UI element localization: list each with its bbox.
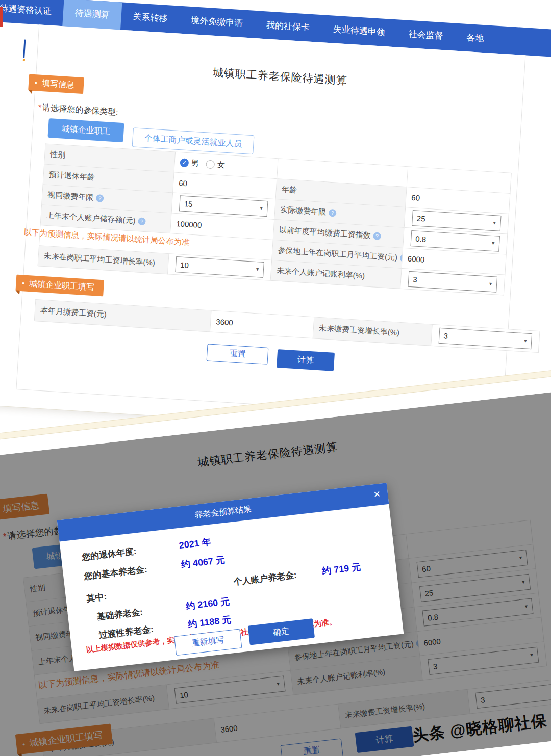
radio-male-checked-icon[interactable]: ✓ [180,158,189,167]
left-accent-dot [23,59,25,61]
required-mark: * [38,103,42,112]
dropdown-arrow-icon: ▼ [522,333,528,349]
personal-account-value: 约 719 元 [321,561,361,577]
among-label: 其中: [86,591,107,605]
browser-edge-fragment [0,7,3,27]
female-label: 女 [217,160,225,170]
base-pension-label: 基础养老金: [96,606,143,623]
help-icon[interactable]: ? [373,232,381,240]
dropdown-arrow-icon: ▼ [490,236,496,251]
nav-tab-overseas-exemption[interactable]: 境外免缴申请 [179,6,256,38]
interest-select[interactable]: 3▼ [408,271,497,293]
confirm-button[interactable]: 确定 [248,618,315,645]
calc-form-card: 城镇职工养老保险待遇测算 •填写信息 *请选择您的参保类型: 城镇企业职工 个体… [16,24,525,420]
nav-tab-relation-transfer[interactable]: 关系转移 [120,2,180,33]
basic-pension-label: 您的基本养老金: [83,563,147,582]
calculate-button[interactable]: 计算 [277,349,335,371]
dimmed-page: 城镇职工养老保险待遇测算 •填写信息 *请选择您的参保类型: 城镇企业职工 性别… [0,386,551,756]
retire-year-label: 您的退休年度: [81,545,137,563]
month-wage-value[interactable]: 3600 [210,311,314,339]
dropdown-arrow-icon: ▼ [255,262,260,277]
refill-button[interactable]: 重新填写 [174,629,242,656]
left-accent-line [23,40,26,58]
help-icon[interactable]: ? [329,209,337,217]
section-fill-info: •填写信息 [28,74,84,94]
form-table: 性别 ✓男 女 预计退休年龄 60 年龄 60 视同缴费年限? 15▼ 实际缴费… [38,144,512,296]
nav-tab-benefit-calc[interactable]: 待遇测算 [62,0,122,30]
screenshot-result: 城镇职工养老保险待遇测算 •填写信息 *请选择您的参保类型: 城镇企业职工 性别… [0,372,551,756]
nav-tab-unemployment[interactable]: 失业待遇申领 [320,15,397,47]
pay-growth-label: 未来缴费工资增长率(%) [313,317,433,346]
deemed-years-select[interactable]: 15▼ [179,195,268,217]
section-employee-fill: •城镇企业职工填写 [15,275,104,297]
dropdown-arrow-icon: ▼ [488,277,493,292]
insured-type-label: *请选择您的参保类型: [38,102,118,118]
nav-tab-supervision[interactable]: 社会监督 [396,19,456,50]
pay-growth-cell: 3▼ [431,325,540,353]
base-pension-value: 约 2160 元 [185,595,230,613]
bullet-icon: • [34,74,38,91]
transition-pension-value: 约 1188 元 [187,613,232,630]
help-icon[interactable]: ? [138,217,146,225]
help-icon[interactable]: ? [96,194,104,202]
wage-row-table: 本年月缴费工资(元) 3600 未来缴费工资增长率(%) 3▼ [34,299,540,353]
bullet-icon: • [21,275,25,291]
wage-growth-select[interactable]: 10▼ [175,256,264,278]
radio-female-icon[interactable] [206,160,215,169]
retire-year-value: 2021 年 [179,536,212,552]
nav-tab-social-card[interactable]: 我的社保卡 [254,11,322,42]
actual-years-select[interactable]: 25▼ [412,210,502,231]
basic-pension-value: 约 4067 元 [181,554,226,571]
type-urban-employee-button[interactable]: 城镇企业职工 [47,118,124,142]
wage-index-select[interactable]: 0.8▼ [410,230,500,252]
pay-growth-select[interactable]: 3▼ [439,328,533,349]
month-wage-label: 本年月缴费工资(元) [35,300,212,332]
nav-tab-regions[interactable]: 各地 [454,23,496,54]
page-title: 城镇职工养老保险待遇测算 [37,54,523,99]
male-label: 男 [191,159,199,169]
personal-account-label: 个人账户养老金: [233,569,297,588]
dropdown-arrow-icon: ▼ [259,201,264,216]
screenshot-form: 待遇资格认证 待遇测算 关系转移 境外免缴申请 我的社保卡 失业待遇申领 社会监… [0,0,551,442]
dropdown-arrow-icon: ▼ [492,216,497,231]
reset-button[interactable]: 重置 [207,344,269,364]
nav-tab-qualification[interactable]: 待遇资格认证 [0,0,64,26]
